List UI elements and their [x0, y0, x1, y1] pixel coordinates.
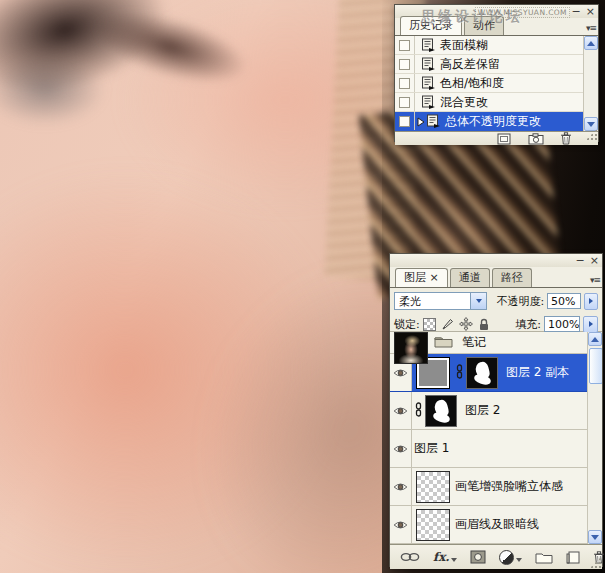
history-brush-checkbox[interactable]: [399, 59, 410, 70]
history-item-label: 色相/饱和度: [440, 75, 504, 92]
opacity-label: 不透明度:: [496, 294, 544, 309]
new-layer-icon[interactable]: [566, 551, 580, 563]
history-state-icon: [421, 76, 436, 90]
history-item-label: 总体不透明度更改: [445, 113, 541, 130]
panel-menu-icon[interactable]: ▾≡: [586, 23, 596, 33]
history-state-icon: [421, 95, 436, 109]
scrollbar-thumb[interactable]: [589, 348, 602, 384]
layer-mask-thumbnail[interactable]: [425, 395, 457, 427]
scroll-down-icon[interactable]: [588, 530, 602, 544]
adjustment-layer-icon[interactable]: [499, 551, 522, 563]
history-state-icon: [421, 38, 436, 52]
lock-position-move-icon[interactable]: [459, 317, 473, 331]
tab-layers[interactable]: 图层 ×: [395, 268, 448, 287]
lock-transparency-icon[interactable]: [423, 318, 436, 331]
opacity-input[interactable]: 50%: [547, 293, 581, 309]
history-item-label: 混合更改: [440, 94, 488, 111]
layer-row[interactable]: 画笔增强脸嘴立体感: [390, 468, 587, 506]
history-item[interactable]: 表面模糊: [395, 36, 583, 55]
history-list: 表面模糊 高反差保留 色相/饱和度 混合: [395, 36, 598, 131]
trash-icon[interactable]: [560, 133, 572, 145]
minimize-icon[interactable]: −: [572, 6, 581, 17]
new-document-from-state-icon[interactable]: [497, 133, 512, 145]
history-current-pointer-icon: [417, 116, 425, 126]
history-item[interactable]: 色相/饱和度: [395, 74, 583, 93]
layers-list: 笔记 图层 2 副本: [390, 332, 602, 544]
link-chain-icon: [455, 364, 464, 382]
link-layers-icon[interactable]: [400, 551, 420, 563]
layers-controls: 柔光 不透明度: 50% 锁定: 填充: 100%: [390, 288, 602, 332]
layer-name: 画眉线及眼暗线: [455, 516, 539, 533]
layer-name: 图层 1: [414, 440, 449, 457]
scroll-up-icon[interactable]: [584, 36, 598, 50]
layer-name: 画笔增强脸嘴立体感: [455, 478, 563, 495]
add-layer-mask-icon[interactable]: [470, 551, 486, 563]
lock-label: 锁定:: [394, 317, 420, 332]
layer-style-fx-icon[interactable]: fx.: [433, 551, 457, 563]
layers-footer: fx.: [390, 544, 602, 569]
layer-name: 图层 2 副本: [506, 364, 569, 381]
layer-thumbnail[interactable]: [416, 471, 450, 503]
new-group-folder-icon[interactable]: [535, 551, 553, 563]
history-state-icon: [421, 57, 436, 71]
panel-menu-icon[interactable]: ▾≡: [590, 275, 600, 285]
visibility-toggle[interactable]: [390, 468, 412, 505]
scroll-up-icon[interactable]: [588, 332, 602, 346]
fill-input[interactable]: 100%: [544, 316, 580, 332]
layer-row[interactable]: 画眉线及眼暗线: [390, 506, 587, 544]
close-icon[interactable]: ×: [590, 255, 599, 266]
fill-slider-button[interactable]: [583, 316, 598, 333]
watermark-overlay: 思缘设计论坛: [421, 8, 523, 26]
visibility-toggle[interactable]: [390, 430, 412, 467]
close-icon[interactable]: ×: [586, 6, 595, 17]
history-state-icon: [426, 114, 441, 128]
history-item-selected[interactable]: 总体不透明度更改: [395, 112, 583, 131]
history-panel: 思缘设计论坛 WWW.MISSYUAN.COM − × 历史记录 动作 ▾≡ 表…: [394, 4, 599, 142]
blend-mode-value: 柔光: [399, 294, 421, 309]
history-brush-checkbox[interactable]: [399, 97, 410, 108]
history-brush-checkbox[interactable]: [399, 40, 410, 51]
opacity-slider-button[interactable]: [584, 293, 598, 310]
history-brush-checkbox[interactable]: [399, 116, 410, 127]
history-item-label: 高反差保留: [440, 56, 500, 73]
fill-label: 填充:: [515, 317, 541, 332]
chevron-down-icon[interactable]: [470, 293, 486, 309]
layer-thumbnail[interactable]: [416, 509, 450, 541]
blend-mode-select[interactable]: 柔光: [394, 292, 487, 310]
history-item[interactable]: 高反差保留: [395, 55, 583, 74]
layer-row[interactable]: 图层 2: [390, 392, 587, 430]
link-chain-icon: [414, 402, 423, 420]
lock-all-padlock-icon[interactable]: [478, 318, 490, 331]
history-item[interactable]: 混合更改: [395, 93, 583, 112]
layers-titlebar[interactable]: − ×: [390, 254, 602, 267]
minimize-icon[interactable]: −: [576, 255, 585, 266]
history-footer: [395, 131, 598, 145]
layers-scrollbar[interactable]: [587, 332, 602, 544]
layers-tabs: 图层 × 通道 路径 ▾≡: [390, 267, 602, 288]
history-scrollbar[interactable]: [583, 36, 598, 131]
scroll-down-icon[interactable]: [584, 117, 598, 131]
folder-icon: [434, 335, 453, 351]
lock-pixels-brush-icon[interactable]: [441, 318, 454, 331]
history-item-label: 表面模糊: [440, 37, 488, 54]
layer-row[interactable]: 图层 1: [390, 430, 587, 468]
group-name: 笔记: [462, 334, 486, 351]
tab-channels[interactable]: 通道: [450, 268, 490, 287]
layer-thumbnail[interactable]: [394, 332, 428, 364]
layer-name: 图层 2: [465, 402, 500, 419]
visibility-toggle[interactable]: [390, 506, 412, 543]
history-brush-checkbox[interactable]: [399, 78, 410, 89]
visibility-toggle[interactable]: [390, 392, 412, 429]
new-snapshot-camera-icon[interactable]: [528, 133, 544, 145]
layers-panel: − × 图层 × 通道 路径 ▾≡ 柔光 不透明度: 50% 锁定:: [389, 253, 603, 567]
layer-mask-thumbnail[interactable]: [466, 357, 498, 389]
tab-paths[interactable]: 路径: [492, 268, 532, 287]
